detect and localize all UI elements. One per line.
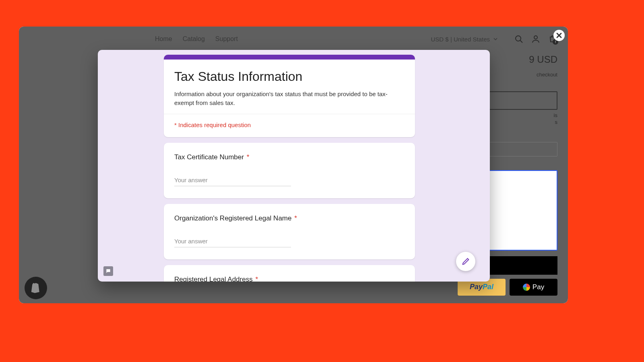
screenshot-stage: Home Catalog Support USD $ | United Stat… (19, 27, 568, 303)
question-card-legal-name: Organization's Registered Legal Name * (164, 204, 415, 259)
svg-point-0 (516, 36, 521, 41)
close-modal-button[interactable] (553, 30, 565, 41)
question-label: Organization's Registered Legal Name * (174, 214, 405, 222)
required-indicator-note: * Indicates required question (174, 121, 405, 128)
paypal-logo-pal: Pal (483, 283, 493, 291)
legal-name-input[interactable] (174, 237, 291, 247)
question-label: Registered Legal Address * (174, 276, 405, 282)
close-icon (556, 32, 562, 39)
search-icon[interactable] (514, 34, 524, 44)
region-label: USD $ | United States (431, 36, 490, 43)
nav-home[interactable]: Home (155, 35, 172, 43)
store-top-nav: Home Catalog Support USD $ | United Stat… (19, 27, 568, 51)
svg-line-1 (520, 41, 523, 43)
gpay-label: Pay (533, 283, 544, 291)
report-problem-button[interactable] (103, 266, 113, 276)
svg-point-2 (534, 36, 537, 39)
paypal-logo-pay: Pay (470, 283, 483, 291)
question-card-legal-address: Registered Legal Address * (164, 265, 415, 282)
svg-rect-4 (108, 272, 108, 272)
tax-certificate-input[interactable] (174, 176, 291, 186)
question-text: Tax Certificate Number (174, 153, 244, 161)
nav-support[interactable]: Support (215, 35, 238, 43)
question-text: Registered Legal Address (174, 276, 253, 282)
question-label: Tax Certificate Number * (174, 153, 405, 161)
required-star-icon: * (294, 214, 297, 222)
form-description: Information about your organization's ta… (174, 90, 405, 107)
required-star-icon: * (247, 153, 250, 161)
chevron-down-icon (493, 37, 498, 41)
form-header-card: Tax Status Information Information about… (164, 55, 415, 137)
google-pay-button[interactable]: Pay (510, 279, 557, 296)
svg-rect-3 (108, 270, 108, 271)
required-star-icon: * (255, 276, 258, 282)
question-text: Organization's Registered Legal Name (174, 214, 291, 222)
region-selector[interactable]: USD $ | United States (431, 36, 498, 43)
form-scroll-area[interactable]: Tax Status Information Information about… (98, 50, 490, 282)
tax-status-modal: Tax Status Information Information about… (98, 50, 490, 282)
pencil-icon (461, 257, 470, 266)
google-logo-icon (523, 284, 530, 291)
edit-form-fab[interactable] (456, 252, 475, 271)
nav-catalog[interactable]: Catalog (183, 35, 205, 43)
nav-links: Home Catalog Support (155, 35, 238, 43)
form-accent-stripe (164, 55, 415, 60)
question-card-tax-cert: Tax Certificate Number * (164, 143, 415, 198)
report-icon (105, 268, 111, 274)
form-title: Tax Status Information (174, 69, 405, 84)
shopify-badge-icon[interactable] (25, 277, 47, 299)
account-icon[interactable] (531, 34, 541, 44)
